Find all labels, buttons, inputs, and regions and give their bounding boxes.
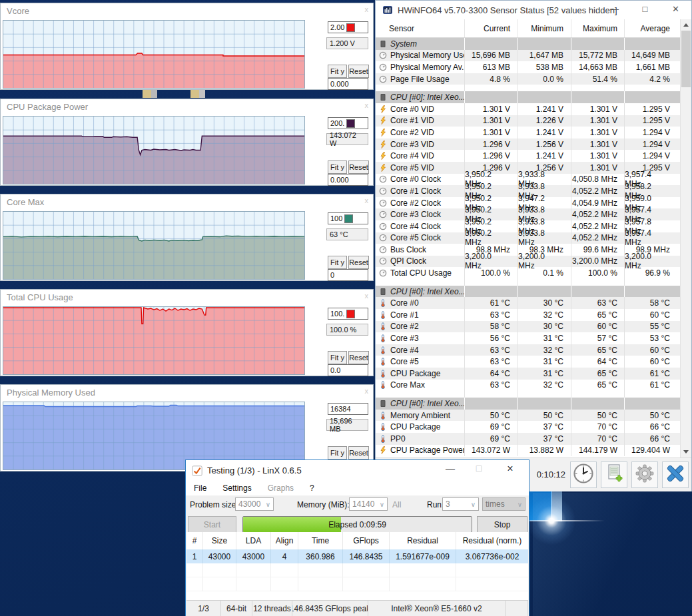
graph-max-input[interactable]: 2.00	[328, 21, 368, 33]
clock-button[interactable]	[570, 462, 597, 488]
maximize-button[interactable]: □	[469, 463, 489, 473]
memory-select[interactable]: 14140∨	[349, 497, 388, 511]
sensor-row[interactable]: QPI Clock3,200.0 MHz3,200.0 MHz3,200.0 M…	[376, 256, 680, 268]
sensor-table-body: SystemPhysical Memory Used15,696 MB1,647…	[376, 38, 680, 456]
linx-titlebar[interactable]: Testing (1/3) - LinX 0.6.5 — □ ×	[186, 460, 529, 481]
graph-plot	[3, 211, 305, 280]
sensor-row[interactable]: Core #3 VID1.296 V1.256 V1.301 V1.294 V	[376, 139, 680, 151]
dial-icon	[376, 175, 390, 183]
sensor-section-header[interactable]: CPU [#0]: Intel Xeo...	[376, 398, 680, 410]
maximize-button[interactable]: □	[630, 1, 660, 19]
sensor-table-header[interactable]: Sensor Current Minimum Maximum Average	[376, 19, 680, 38]
reset-button[interactable]: Reset	[348, 446, 369, 460]
series-color-swatch[interactable]	[346, 310, 355, 318]
results-table-row[interactable]: 143000430004360.986146.84351.591677e-009…	[186, 549, 528, 563]
sensor-row[interactable]: Core #4 VID1.296 V1.241 V1.301 V1.294 V	[376, 150, 680, 162]
series-color-swatch[interactable]	[346, 23, 355, 32]
minimize-button[interactable]: —	[599, 1, 629, 19]
sensor-row[interactable]: Core #2 VID1.301 V1.241 V1.301 V1.294 V	[376, 127, 680, 139]
sensor-row[interactable]: Core #5 Clock3,950.2 MHz3,933.8 MHz4,052…	[376, 232, 680, 244]
reset-button[interactable]: Reset	[348, 351, 369, 364]
column-sensor[interactable]: Sensor	[376, 19, 464, 37]
close-icon[interactable]: x	[365, 101, 369, 109]
reset-button[interactable]: Reset	[348, 160, 369, 174]
dial-icon	[376, 222, 390, 230]
sensor-row[interactable]: CPU Package69 °C37 °C70 °C66 °C	[376, 421, 680, 433]
column-current[interactable]: Current	[464, 19, 518, 37]
sensor-row[interactable]: CPU Package Power143.072 W13.882 W144.17…	[376, 445, 680, 457]
graph-min-input[interactable]: 0.0	[328, 364, 368, 376]
sensor-row[interactable]: Core #356 °C31 °C57 °C53 °C	[376, 332, 680, 344]
sensor-row[interactable]: Core #463 °C32 °C65 °C60 °C	[376, 344, 680, 356]
sensor-row[interactable]: Core #0 VID1.301 V1.241 V1.301 V1.295 V	[376, 103, 680, 115]
scroll-down-icon[interactable]	[681, 446, 691, 458]
menu-help[interactable]: ?	[310, 483, 314, 493]
thermo-icon	[376, 381, 390, 389]
sensor-section-header[interactable]: System	[376, 38, 680, 50]
graph-min-input[interactable]: 0.000	[328, 78, 368, 90]
reset-button[interactable]: Reset	[348, 256, 369, 269]
fit-y-button[interactable]: Fit y	[328, 351, 347, 364]
sensor-row[interactable]: Physical Memory Used15,696 MB1,647 MB15,…	[376, 50, 680, 62]
graph-current-value: 1.200 V	[326, 37, 368, 49]
start-button[interactable]: Start	[188, 516, 236, 533]
sensor-row[interactable]: Memory Ambient50 °C50 °C50 °C50 °C	[376, 410, 680, 422]
vertical-scrollbar[interactable]	[680, 19, 691, 458]
results-cell: 1.591677e-009	[389, 549, 456, 563]
sensor-row[interactable]: PP069 °C37 °C70 °C66 °C	[376, 433, 680, 445]
problem-size-select[interactable]: 43000∨	[235, 497, 274, 511]
menu-graphs[interactable]: Graphs	[268, 483, 294, 493]
fit-y-button[interactable]: Fit y	[328, 446, 347, 460]
sensor-row[interactable]: CPU Package64 °C31 °C65 °C61 °C	[376, 368, 680, 380]
fit-y-button[interactable]: Fit y	[328, 256, 347, 269]
graph-min-input[interactable]: 0.000	[328, 174, 368, 186]
sensor-row[interactable]: Core Max63 °C32 °C65 °C61 °C	[376, 380, 680, 392]
sensor-section-header[interactable]: CPU [#0]: Intel Xeo...	[376, 286, 680, 298]
column-average[interactable]: Average	[624, 19, 680, 37]
scrollbar-thumb[interactable]	[681, 31, 691, 87]
reset-button[interactable]: Reset	[348, 65, 369, 78]
series-color-swatch[interactable]	[346, 119, 355, 128]
sensor-row[interactable]: Core #163 °C32 °C65 °C60 °C	[376, 309, 680, 321]
sensor-row[interactable]: Core #1 VID1.301 V1.226 V1.301 V1.295 V	[376, 115, 680, 127]
fit-y-button[interactable]: Fit y	[328, 160, 347, 174]
sensor-row[interactable]: Physical Memory Av...613 MB538 MB14,663 …	[376, 61, 680, 73]
sensor-section-header[interactable]: CPU [#0]: Intel Xeo...	[376, 91, 680, 103]
results-column-header: Time	[298, 532, 342, 549]
close-button[interactable]: ×	[500, 463, 520, 475]
graph-max-input[interactable]: 200.	[328, 117, 368, 129]
menu-settings[interactable]: Settings	[222, 483, 251, 493]
column-minimum[interactable]: Minimum	[518, 19, 571, 37]
settings-button[interactable]	[631, 462, 658, 488]
exit-button[interactable]	[662, 462, 689, 488]
close-icon[interactable]: x	[365, 387, 369, 395]
close-icon[interactable]: x	[365, 196, 369, 204]
report-icon	[603, 463, 625, 487]
sensor-row[interactable]: Core #563 °C31 °C64 °C60 °C	[376, 356, 680, 368]
sensor-row[interactable]: Core #258 °C30 °C60 °C55 °C	[376, 321, 680, 333]
graph-min-input[interactable]: 0	[328, 269, 368, 281]
run-count-select[interactable]: 3∨	[442, 497, 479, 511]
close-button[interactable]: ✕	[661, 1, 691, 19]
hwinfo-titlebar[interactable]: HWiNFO64 v5.70-3300 Sensor Status [52 va…	[376, 1, 691, 19]
stop-button[interactable]: Stop	[477, 516, 527, 533]
close-icon[interactable]: x	[365, 292, 369, 300]
run-mode-select[interactable]: times∨	[482, 497, 525, 511]
scroll-up-icon[interactable]	[681, 19, 691, 31]
thermo-icon	[376, 311, 390, 319]
hwinfo-sensor-window: HWiNFO64 v5.70-3300 Sensor Status [52 va…	[375, 0, 692, 491]
report-button[interactable]	[601, 462, 627, 488]
close-icon[interactable]: x	[365, 5, 369, 13]
sensor-row[interactable]: Total CPU Usage100.0 %0.1 %100.0 %96.9 %	[376, 267, 680, 279]
column-maximum[interactable]: Maximum	[571, 19, 624, 37]
sensor-row[interactable]: Core #061 °C30 °C63 °C58 °C	[376, 297, 680, 309]
fit-y-button[interactable]: Fit y	[328, 65, 347, 78]
graph-max-input[interactable]: 100.	[328, 308, 368, 320]
thermo-icon	[376, 358, 390, 366]
sensor-row[interactable]: Page File Usage4.8 %0.0 %51.4 %4.2 %	[376, 73, 680, 85]
graph-max-input[interactable]: 100	[328, 212, 368, 224]
graph-max-input[interactable]: 16384	[328, 403, 368, 415]
menu-file[interactable]: File	[194, 483, 206, 493]
minimize-button[interactable]: —	[440, 463, 460, 473]
series-color-swatch[interactable]	[344, 214, 353, 223]
